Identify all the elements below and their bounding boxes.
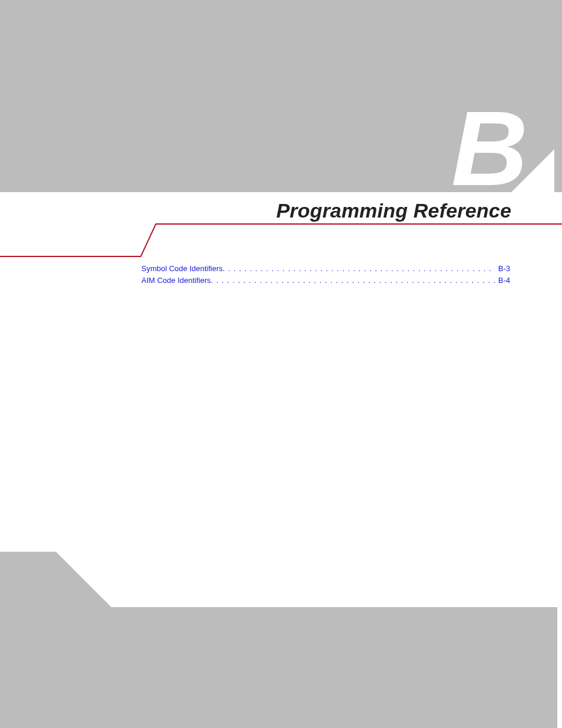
toc-entry[interactable]: AIM Code Identifiers B-4: [141, 275, 510, 286]
title-rule-lower: [0, 256, 141, 257]
table-of-contents: Symbol Code Identifiers B-3 AIM Code Ide…: [141, 263, 510, 286]
toc-leader-dots: [211, 275, 495, 286]
toc-entry-page: B-3: [495, 263, 510, 275]
footer-cut-angle: [56, 552, 111, 607]
page-title: Programming Reference: [276, 199, 511, 222]
title-rule-diagonal: [140, 223, 164, 256]
footer-right-margin: [557, 607, 562, 728]
document-page: B Programming Reference Symbol Code Iden…: [0, 0, 562, 728]
appendix-letter: B: [451, 95, 525, 202]
title-rule-upper: [156, 223, 562, 225]
toc-entry-label: AIM Code Identifiers: [141, 275, 211, 286]
footer-cut-band: [111, 552, 562, 607]
toc-leader-dots: [223, 263, 495, 275]
content-background: [0, 192, 562, 552]
toc-entry-label: Symbol Code Identifiers: [141, 263, 223, 275]
toc-entry-page: B-4: [495, 275, 510, 286]
toc-entry[interactable]: Symbol Code Identifiers B-3: [141, 263, 510, 275]
